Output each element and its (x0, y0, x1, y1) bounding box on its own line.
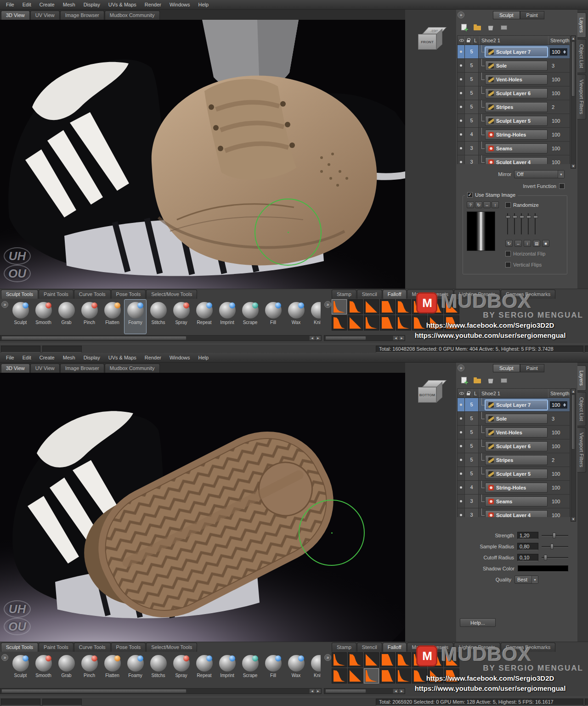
scroll-left-button[interactable]: ◄ (309, 689, 315, 694)
tool-button[interactable]: Spray (170, 299, 192, 334)
layer-strength-value[interactable]: 100 (549, 146, 570, 151)
layer-visibility-toggle[interactable] (458, 114, 465, 127)
view-cube-front-face[interactable]: BOTTOM (418, 387, 436, 403)
scrollbar-thumb[interactable] (325, 689, 366, 693)
falloff-preset[interactable] (412, 315, 427, 330)
layer-strength-value[interactable]: 100 (549, 91, 570, 96)
invert-function-checkbox[interactable] (559, 183, 565, 189)
falloff-preset[interactable] (396, 315, 411, 330)
mirror-dropdown[interactable]: Off▼ (514, 170, 565, 178)
layer-row[interactable]: 3 Seams 100 (458, 495, 570, 508)
menu-item[interactable]: Create (35, 353, 59, 362)
scroll-up-button[interactable]: ▲ (571, 389, 576, 393)
falloff-preset[interactable] (332, 299, 347, 314)
tray-expand-button[interactable]: » (1, 301, 8, 308)
falloff-preset[interactable] (364, 315, 379, 330)
falloff-preset[interactable] (348, 652, 363, 667)
tool-button[interactable]: Fill (262, 299, 284, 334)
falloff-preset[interactable] (364, 668, 379, 683)
falloff-preset[interactable] (444, 668, 459, 683)
tool-button[interactable]: Knife (308, 299, 321, 334)
falloff-preset[interactable] (428, 652, 443, 667)
horizontal-flip-checkbox[interactable] (505, 251, 511, 256)
visibility-column-header[interactable] (458, 389, 465, 398)
tool-button[interactable]: Imprint (216, 299, 238, 334)
layer-visibility-toggle[interactable] (458, 481, 465, 494)
stamp-refresh-button[interactable]: ↻ (475, 201, 482, 208)
side-panel-tab[interactable]: Layers (577, 12, 586, 38)
layer-visibility-toggle[interactable] (458, 73, 465, 86)
view-tab[interactable]: 3D View (1, 11, 30, 20)
tool-category-tab[interactable]: Curve Tools (74, 290, 111, 299)
layer-row[interactable]: 5 Sculpt Layer 5 100 (458, 114, 570, 128)
tool-category-tab[interactable]: Sculpt Tools (1, 290, 38, 299)
view-tab[interactable]: Mudbox Community (105, 364, 160, 373)
scroll-right-button[interactable]: ► (399, 689, 405, 694)
delete-layer-button[interactable] (486, 23, 496, 32)
panel-expand-button[interactable]: » (458, 11, 464, 18)
scroll-right-button[interactable]: ► (315, 336, 321, 341)
tool-button[interactable]: Repeat (193, 652, 215, 687)
layer-name-button[interactable]: Sole (485, 414, 548, 424)
tool-category-tab[interactable]: Paint Tools (39, 643, 74, 652)
layer-name-button[interactable]: Sculpt Layer 5 (485, 469, 548, 479)
falloff-preset[interactable] (380, 299, 395, 314)
shadow-color-swatch[interactable] (518, 565, 568, 572)
scrollbar-thumb[interactable] (571, 41, 575, 97)
falloff-preset[interactable] (332, 652, 347, 667)
menu-item[interactable]: Create (35, 0, 59, 9)
layer-strength-value[interactable]: 100 (549, 444, 570, 449)
falloff-preset[interactable] (380, 315, 395, 330)
layer-display-button[interactable] (499, 23, 509, 32)
slider-thumb[interactable] (513, 216, 517, 218)
layer-row[interactable]: 5 Sculpt Layer 7 100 (458, 398, 570, 412)
layer-row[interactable]: 3 Sculpt Layer 4 100 (458, 508, 570, 517)
menu-item[interactable]: Edit (18, 0, 35, 9)
layer-strength-value[interactable]: 100 (549, 132, 570, 137)
scrollbar-track[interactable] (0, 336, 309, 341)
layer-strength-value[interactable]: 100 (549, 401, 568, 409)
panel-expand-button[interactable]: » (458, 364, 464, 371)
tool-button[interactable]: Wax (285, 652, 307, 687)
menu-item[interactable]: Mesh (59, 353, 79, 362)
slider-thumb[interactable] (553, 533, 556, 538)
scrollbar-track[interactable] (571, 393, 576, 517)
layer-visibility-toggle[interactable] (458, 142, 465, 155)
new-layer-button[interactable] (459, 376, 469, 385)
tool-category-tab[interactable]: Sculpt Tools (1, 643, 38, 652)
preset-tray-expand-button[interactable]: » (324, 654, 331, 661)
tool-button[interactable]: Scrape (239, 652, 261, 687)
scroll-left-button[interactable]: ◄ (309, 336, 315, 341)
falloff-preset[interactable] (444, 315, 459, 330)
randomize-slider[interactable] (528, 213, 529, 234)
randomize-slider[interactable] (521, 213, 522, 234)
menu-item[interactable]: Help (194, 353, 213, 362)
randomize-checkbox[interactable] (505, 202, 511, 208)
view-cube-front-face[interactable]: FRONT (418, 34, 436, 50)
preset-tray-tab[interactable]: Camera Bookmarks (501, 643, 555, 652)
strength-column-header[interactable]: Strength (548, 389, 570, 398)
view-cube-top-face[interactable]: TOP (422, 27, 447, 34)
tool-category-tab[interactable]: Pose Tools (111, 643, 146, 652)
menu-item[interactable]: Display (79, 353, 104, 362)
layer-name-button[interactable]: Stripes (485, 102, 548, 112)
falloff-preset[interactable] (428, 299, 443, 314)
sample-radius-slider[interactable] (542, 543, 568, 550)
side-panel-tab[interactable]: Object List (577, 392, 586, 426)
layer-list-scrollbar[interactable]: ▲ ▼ (571, 388, 576, 522)
tool-button[interactable]: Grab (55, 652, 78, 687)
falloff-preset[interactable] (364, 299, 379, 314)
layer-strength-value[interactable]: 100 (549, 118, 570, 124)
slider-thumb[interactable] (520, 216, 524, 218)
view-cube-top-face[interactable] (422, 380, 447, 387)
layer-visibility-toggle[interactable] (458, 45, 465, 58)
layer-visibility-toggle[interactable] (458, 495, 465, 508)
scrollbar-track[interactable] (571, 40, 576, 164)
menu-item[interactable]: Windows (165, 353, 194, 362)
view-cube[interactable]: TOP FRONT (418, 27, 446, 55)
falloff-preset[interactable] (444, 652, 459, 667)
scroll-right-button[interactable]: ► (399, 336, 405, 341)
preset-tray-tab[interactable]: Stencil (357, 643, 382, 652)
preset-tray-tab[interactable]: Lighting Presets (454, 290, 500, 299)
layer-name-button[interactable]: Seams (485, 143, 548, 154)
